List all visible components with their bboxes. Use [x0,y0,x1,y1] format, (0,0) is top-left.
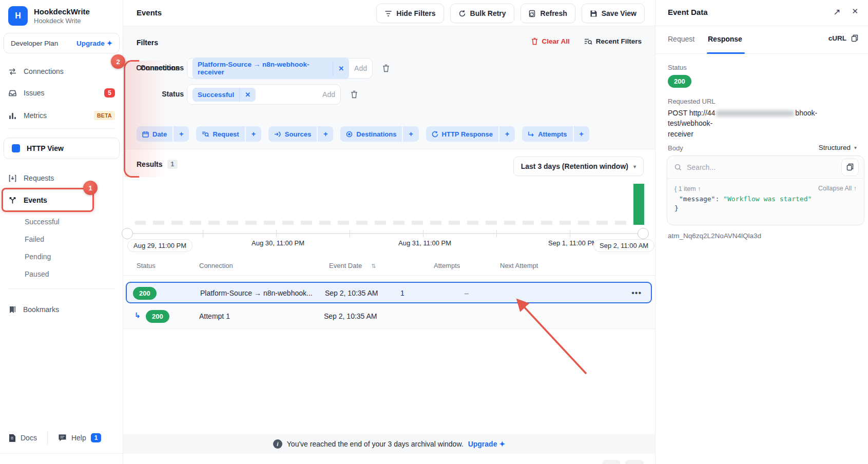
curl-button[interactable]: cURL [828,34,858,42]
add-status-filter[interactable]: Add [322,90,335,99]
refresh-label: Refresh [541,9,567,17]
bookmarks-icon [8,305,16,314]
docs-label: Docs [21,434,37,442]
sidebar-item-bookmarks[interactable]: Bookmarks [0,301,123,318]
workspace-name: HookdeckWrite [34,7,90,16]
column-attempts: Attempts [434,262,460,269]
timeline-handle-left[interactable] [122,228,133,239]
add-connection-filter[interactable]: Add [354,64,367,72]
sidebar-item-label: Metrics [24,111,87,120]
requests-icon [8,174,17,183]
axis-label-end: Sep 2, 11:00 AM [593,239,654,252]
sidebar-item-successful[interactable]: Successful [25,218,60,226]
sidebar-item-issues[interactable]: Issues 5 [0,84,123,102]
filter-pill-destinations: Destinations + [340,126,418,142]
info-icon: i [273,439,282,449]
sidebar-item-requests[interactable]: Requests [0,169,123,187]
sparkle-icon: ✦ [107,39,112,47]
request-filter-label: Request [213,130,239,138]
sidebar-item-events[interactable]: Events [0,191,123,209]
panel-header-icons: ↗ ✕ [833,7,858,17]
event-data-panel: Event Data ↗ ✕ Request Response cURL Sta… [655,0,868,464]
http-response-filter-button[interactable]: HTTP Response [426,126,498,142]
event-row-selected[interactable]: 200 Platform-Source → n8n-webhook... Sep… [126,282,652,303]
date-filter-button[interactable]: Date [137,126,172,142]
issues-count-badge: 5 [104,88,115,98]
add-destinations-filter-button[interactable]: + [403,126,418,142]
add-attempts-filter-button[interactable]: + [574,126,589,142]
http-response-icon [432,131,438,138]
sidebar-bottom-divider [0,453,123,454]
axis-label: Aug 30, 11:00 PM [252,239,304,247]
save-view-button[interactable]: Save View [582,4,645,23]
date-range-selector[interactable]: Last 3 days (Retention window) ▾ [513,157,644,176]
header-actions: Hide Filters Bulk Retry Refresh Save Vie… [376,4,645,23]
add-http-response-filter-button[interactable]: + [499,126,515,142]
body-label: Body [668,144,683,152]
sidebar-item-failed[interactable]: Failed [25,235,44,243]
funnel-icon [384,10,392,17]
attempts-filter-button[interactable]: Attempts [522,126,572,142]
refresh-button[interactable]: Refresh [520,4,575,23]
column-event-date[interactable]: Event Date ⇅ [329,262,376,269]
trash-icon [531,37,538,45]
pagination-next-button[interactable] [625,460,644,464]
chevron-down-icon: ▾ [633,164,636,169]
column-status: Status [137,262,156,269]
delete-status-filter-button[interactable] [351,90,358,99]
add-request-filter-button[interactable]: + [246,126,261,142]
workspace-switcher[interactable]: H HookdeckWrite Hookdeck Write [8,6,90,26]
sidebar-item-connections[interactable]: Connections [0,63,123,80]
body-search-input[interactable] [687,163,836,171]
histogram-bar-sep2[interactable] [633,184,644,225]
sidebar-item-paused[interactable]: Paused [25,270,49,278]
sidebar-item-pending[interactable]: Pending [25,253,51,261]
request-filter-button[interactable]: Request [196,126,244,142]
help-link[interactable]: Help 1 [58,433,101,442]
bulk-retry-button[interactable]: Bulk Retry [450,4,514,23]
sidebar-divider [8,288,115,289]
footer-divider [47,431,48,444]
sidebar-item-label: Issues [24,89,98,97]
attempt-row[interactable]: ↳ 200 Attempt 1 Sep 2, 10:35 AM [123,304,655,329]
column-connection: Connection [199,262,233,269]
sidebar-item-metrics[interactable]: Metrics BETA [0,107,123,124]
row-actions-menu[interactable]: ••• [631,288,642,298]
json-summary[interactable]: { 1 item ↑ [674,185,701,192]
upgrade-link-bottom[interactable]: Upgrade ✦ [468,440,506,448]
tab-response[interactable]: Response [708,35,742,43]
http-view-selector[interactable]: HTTP View [4,138,120,159]
event-next-attempt: – [465,289,469,297]
status-200-badge: 200 [146,310,169,323]
status-filter-input[interactable]: Successful ✕ Add [187,84,341,105]
redacted-url-segment [716,110,794,117]
pagination-prev-button[interactable] [602,460,621,464]
collapse-all-button[interactable]: Collapse All ↑ [818,185,857,192]
add-sources-filter-button[interactable]: + [318,126,333,142]
connections-filter-input[interactable]: Platform-Source → n8n-webhook-receiver ✕… [187,58,373,79]
copy-body-button[interactable] [841,159,859,176]
upgrade-link[interactable]: Upgrade ✦ [76,39,112,47]
destinations-filter-button[interactable]: Destinations [340,126,402,142]
clear-all-button[interactable]: Clear All [531,37,569,45]
requested-url-label: Requested URL [668,98,716,105]
sort-icon[interactable]: ⇅ [371,263,376,269]
close-icon[interactable]: ✕ [852,7,858,17]
hide-filters-button[interactable]: Hide Filters [376,4,443,23]
upgrade-label: Upgrade [76,40,105,47]
expand-icon[interactable]: ↗ [833,7,840,17]
event-attempts: 1 [400,289,404,297]
json-line: "message": "Workflow was started" [674,195,857,203]
tab-request[interactable]: Request [668,35,695,43]
timeline-handle-right[interactable] [638,228,649,239]
filter-pill-http-response: HTTP Response + [426,126,515,142]
sources-filter-button[interactable]: Sources [268,126,317,142]
json-viewer: { 1 item ↑ Collapse All ↑ "message": "Wo… [667,179,864,218]
body-mode-selector[interactable]: Structured ▾ [819,144,857,151]
add-date-filter-button[interactable]: + [173,126,189,142]
remove-status-chip-button[interactable]: ✕ [239,88,256,102]
remove-connection-chip-button[interactable]: ✕ [333,62,349,75]
delete-connections-filter-button[interactable] [382,64,390,72]
recent-filters-button[interactable]: Recent Filters [584,37,642,45]
docs-link[interactable]: Docs [8,434,37,442]
